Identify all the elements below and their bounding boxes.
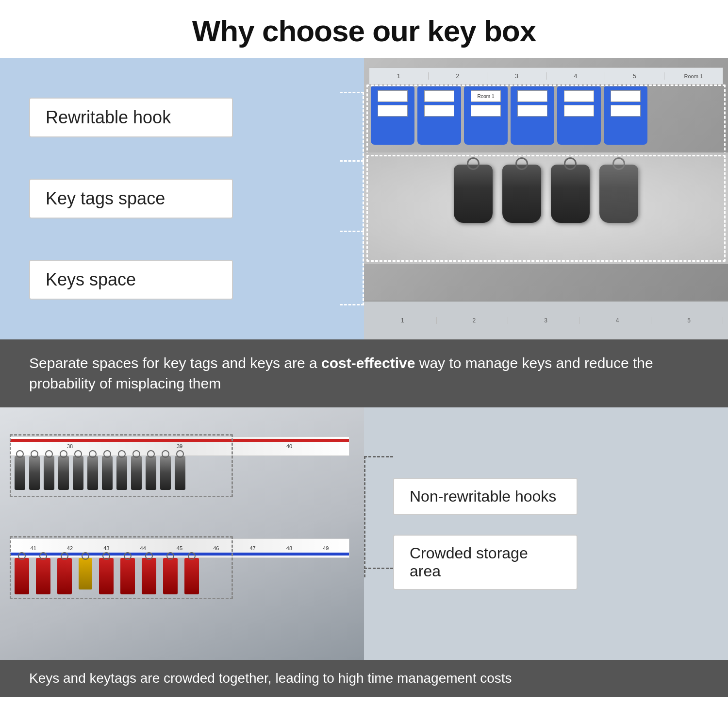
key-tag-4	[511, 86, 554, 145]
crowded-keys-bg: 38 39 40	[0, 407, 364, 660]
hkey-4	[58, 456, 69, 490]
rkey-2	[36, 558, 50, 594]
connector-top	[364, 456, 393, 457]
desc-bold: cost-effective	[321, 355, 415, 371]
page-wrapper: Why choose our key box Rewritable hook K…	[0, 0, 728, 697]
footer-banner: Keys and keytags are crowded together, l…	[0, 660, 728, 697]
key-tag-6	[604, 86, 647, 145]
connector-vert	[364, 456, 365, 577]
bottom-left: 38 39 40	[0, 407, 364, 660]
feature-keys-space: Keys space	[29, 260, 233, 300]
key-tag-3	[464, 86, 508, 145]
num-3: 3	[487, 72, 546, 80]
strip-num-45: 45	[177, 545, 182, 551]
car-key-4	[599, 165, 638, 223]
strip-num-42: 42	[67, 545, 73, 551]
bottom-num-4: 4	[584, 317, 652, 324]
key-tag-2	[417, 86, 461, 145]
cabinet-image: 1 2 3 4 5 Room 1	[364, 58, 728, 339]
key-tag-5	[557, 86, 601, 145]
num-1: 1	[369, 72, 429, 80]
feature-rewritable-hook: Rewritable hook	[29, 98, 233, 137]
rkey-7	[142, 558, 156, 594]
rkey-9	[184, 558, 199, 594]
left-panel: Rewritable hook Key tags space Keys spac…	[0, 58, 364, 339]
bottom-right: Non-rewritable hooks Crowded storage are…	[364, 407, 728, 660]
strip-num-48: 48	[286, 545, 292, 551]
hanging-keys-top	[0, 456, 364, 495]
strip-num-39: 39	[177, 443, 182, 449]
strip-num-43: 43	[103, 545, 109, 551]
non-rewritable-label: Non-rewritable hooks	[393, 478, 578, 515]
bottom-num-3: 3	[512, 317, 580, 324]
strip-num-47: 47	[250, 545, 256, 551]
feature-key-tags-space: Key tags space	[29, 179, 233, 219]
hkey-8	[116, 456, 127, 490]
num-4: 4	[546, 72, 606, 80]
rkey-1	[15, 558, 29, 594]
description-banner: Separate spaces for key tags and keys ar…	[0, 339, 728, 407]
hkey-10	[146, 456, 156, 490]
connector-bottom	[364, 568, 393, 569]
keys-area	[379, 165, 713, 262]
strip-num-38: 38	[67, 443, 73, 449]
top-section: Rewritable hook Key tags space Keys spac…	[0, 58, 728, 339]
key-tags-row	[369, 84, 723, 152]
rkey-4	[79, 558, 92, 589]
car-key-1	[454, 165, 493, 223]
hkey-5	[73, 456, 83, 490]
desc-text-start: Separate spaces for key tags and keys ar…	[29, 355, 321, 371]
rkey-3	[57, 558, 72, 594]
right-panel: 1 2 3 4 5 Room 1	[364, 58, 728, 339]
car-key-2	[502, 165, 541, 223]
crowded-storage-label: Crowded storage area	[393, 535, 578, 590]
page-title: Why choose our key box	[0, 0, 728, 58]
hkey-12	[175, 456, 185, 490]
room-label-cell: Room 1	[664, 73, 723, 79]
num-5: 5	[605, 72, 664, 80]
strip-red-top	[10, 439, 349, 442]
hkey-11	[160, 456, 171, 490]
hkey-9	[131, 456, 142, 490]
strip-num-41: 41	[31, 545, 36, 551]
hkey-1	[15, 456, 25, 490]
key-tag-1	[371, 86, 414, 145]
cabinet-bottom: 1 2 3 4 5	[364, 301, 728, 339]
strip-num-40: 40	[286, 443, 292, 449]
hanging-keys-bottom	[0, 558, 364, 597]
car-key-3	[551, 165, 590, 223]
strip-num-49: 49	[323, 545, 329, 551]
hkey-6	[87, 456, 98, 490]
rkey-8	[163, 558, 178, 594]
num-2: 2	[429, 72, 488, 80]
hkey-7	[102, 456, 113, 490]
hkey-3	[44, 456, 54, 490]
strip-num-44: 44	[140, 545, 146, 551]
bottom-num-2: 2	[441, 317, 509, 324]
bottom-num-1: 1	[369, 317, 437, 324]
strip-num-46: 46	[213, 545, 219, 551]
rkey-6	[120, 558, 135, 594]
bottom-num-5: 5	[655, 317, 723, 324]
rkey-5	[99, 558, 114, 594]
bottom-section: 38 39 40	[0, 407, 728, 660]
hkey-2	[29, 456, 40, 490]
number-row: 1 2 3 4 5 Room 1	[369, 67, 723, 84]
